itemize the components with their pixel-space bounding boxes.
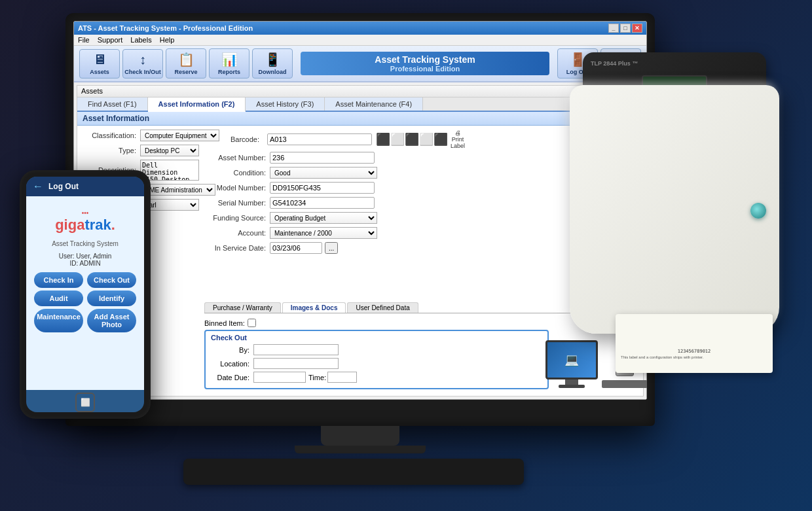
mobile-phone: ← Log Out ••• gigatrak. Asset Tracking S…	[20, 170, 151, 419]
sub-tab-warranty-label: Purchase / Warranty	[213, 304, 272, 311]
download-icon: 📱	[265, 52, 281, 67]
barcode-input[interactable]	[267, 133, 372, 145]
phone-identify-button[interactable]: Identify	[87, 291, 136, 306]
sub-tab-userdefined[interactable]: User Defined Data	[347, 302, 418, 313]
tab-find-label: Find Asset (F1)	[88, 100, 137, 108]
home-icon: ⬜	[81, 398, 90, 407]
sub-tab-warranty[interactable]: Purchase / Warranty	[204, 302, 281, 313]
menu-support[interactable]: Support	[98, 36, 123, 44]
asset-number-input[interactable]	[270, 152, 375, 164]
checkin-label: Check In	[44, 276, 74, 284]
tab-info[interactable]: Asset Information (F2)	[148, 97, 246, 112]
model-label: Model Number:	[204, 184, 270, 192]
checkout-location-label: Location:	[211, 360, 253, 368]
app-title: ATS - Asset Tracking System - Profession…	[78, 24, 253, 32]
download-button[interactable]: 📱 Download	[252, 48, 293, 79]
printed-barcode	[621, 328, 767, 347]
barcode-row: Barcode: ⬛⬜⬛⬜⬛ 🖨 Print Label	[204, 130, 575, 149]
sub-tab-images-label: Images & Docs	[291, 304, 338, 311]
menu-labels[interactable]: Labels	[130, 36, 151, 44]
checkinout-button[interactable]: ↕ Check In/Out	[122, 49, 163, 79]
back-button[interactable]: ←	[33, 181, 43, 192]
app-main-title: Asset Tracking System	[306, 54, 544, 65]
label-config-text: This label and a configuration ships wit…	[621, 355, 767, 359]
maintenance-label: Maintenance	[37, 313, 81, 321]
assets-label: Assets	[90, 69, 109, 75]
type-row: Type: Desktop PC	[81, 145, 199, 156]
printer-label-paper: 123456789012 This label and a configurat…	[616, 314, 773, 373]
date-due-input[interactable]	[253, 372, 306, 383]
phone-checkout-button[interactable]: Check Out	[87, 272, 136, 288]
monitor-base-piece	[295, 446, 426, 453]
phone-content: ••• gigatrak. Asset Tracking System User…	[26, 196, 144, 390]
checkout-location-row: Location:	[211, 358, 542, 369]
tab-history[interactable]: Asset History (F3)	[246, 97, 325, 111]
assets-icon: 🖥	[93, 52, 106, 67]
phone-audit-button[interactable]: Audit	[34, 291, 83, 306]
logo-decoration: •••	[55, 209, 115, 217]
phone-checkin-button[interactable]: Check In	[34, 272, 83, 288]
funding-row: Funding Source: Operating Budget	[204, 212, 575, 224]
close-button[interactable]: ✕	[632, 24, 642, 33]
phone-home-button[interactable]: ⬜	[75, 393, 95, 412]
phone-addphoto-button[interactable]: Add Asset Photo	[87, 309, 136, 332]
description-textarea[interactable]: Dell Dimension 9150 Desktop PC, 2.5GHz, …	[140, 160, 199, 181]
type-select[interactable]: Desktop PC	[140, 145, 199, 156]
menu-help[interactable]: Help	[160, 36, 175, 44]
tab-maintenance-label: Asset Maintenance (F4)	[335, 100, 412, 108]
tab-maintenance[interactable]: Asset Maintenance (F4)	[325, 97, 423, 111]
menu-file[interactable]: File	[78, 36, 90, 44]
phone-screen-title: Log Out	[48, 182, 79, 191]
printer-teal-button[interactable]	[750, 203, 766, 219]
checkout-section: Check Out By: Location:	[204, 330, 549, 389]
logo-dot: .	[111, 217, 115, 233]
time-input[interactable]	[327, 372, 357, 383]
checkinout-label: Check In/Out	[124, 69, 161, 75]
service-date-row: In Service Date: ...	[204, 242, 575, 254]
checkout-label: Check Out	[94, 276, 130, 284]
phone-maintenance-button[interactable]: Maintenance	[34, 309, 83, 332]
checkout-date-row: Date Due: Time:	[211, 372, 542, 383]
funding-select[interactable]: Operating Budget	[270, 212, 377, 224]
binned-checkbox[interactable]	[248, 319, 256, 327]
sub-tab-images[interactable]: Images & Docs	[282, 302, 346, 313]
model-input[interactable]	[270, 182, 375, 194]
printer-brand-label: TLP 2844 Plus ™	[591, 60, 638, 67]
classification-label: Classification:	[81, 132, 140, 139]
condition-row: Condition: Good	[204, 167, 575, 179]
titlebar: ATS - Asset Tracking System - Profession…	[74, 22, 646, 35]
monitor-stand-piece	[321, 426, 399, 446]
condition-select[interactable]: Good	[270, 167, 377, 179]
reserve-icon: 📋	[178, 52, 194, 67]
logo-trak: trak	[84, 217, 111, 233]
minimize-button[interactable]: _	[608, 24, 619, 33]
checkout-location-input[interactable]	[253, 358, 339, 369]
app-title-area: Asset Tracking System Professional Editi…	[301, 52, 549, 75]
date-picker-button[interactable]: ...	[325, 242, 338, 254]
phone-user-info: User: User, Admin ID: ADMIN	[59, 253, 112, 267]
model-row: Model Number:	[204, 182, 575, 194]
phone-checkinout-row: Check In Check Out	[34, 272, 136, 288]
checkout-by-row: By:	[211, 344, 542, 355]
app-subtitle: Professional Edition	[306, 65, 544, 73]
print-label-text: Print	[452, 136, 464, 143]
phone-topbar: ← Log Out	[26, 177, 144, 196]
reports-button[interactable]: 📊 Reports	[209, 48, 249, 79]
reserve-button[interactable]: 📋 Reserve	[166, 48, 206, 79]
menubar: File Support Labels Help	[74, 35, 646, 46]
window-controls: _ □ ✕	[608, 24, 642, 33]
phone-maintenance-row: Maintenance Add Asset Photo	[34, 309, 136, 332]
binned-row: Binned Item:	[204, 319, 549, 327]
tab-find[interactable]: Find Asset (F1)	[77, 97, 148, 111]
maximize-button[interactable]: □	[620, 24, 631, 33]
classification-row: Classification: Computer Equipment	[81, 130, 199, 141]
service-date-input[interactable]	[270, 242, 322, 254]
barcode-symbol: ⬛⬜⬛⬜⬛	[376, 132, 448, 147]
account-row: Account: Maintenance / 2000	[204, 227, 575, 239]
account-select[interactable]: Maintenance / 2000	[270, 227, 377, 239]
checkout-by-input[interactable]	[253, 344, 339, 355]
print-label-button[interactable]: 🖨 Print Label	[451, 130, 465, 149]
user-label: User: User, Admin	[59, 253, 112, 260]
serial-input[interactable]	[270, 197, 375, 209]
assets-button[interactable]: 🖥 Assets	[79, 49, 120, 79]
